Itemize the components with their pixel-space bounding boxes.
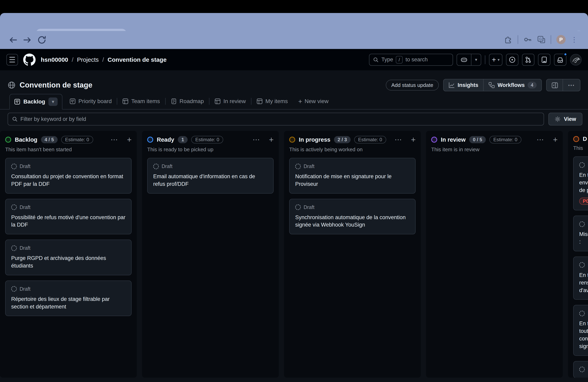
copilot-icon[interactable] [457, 54, 471, 65]
github-header-actions: Type / to search ▾ + ▾ [369, 54, 582, 66]
user-avatar[interactable] [570, 54, 582, 66]
hamburger-menu-button[interactable] [6, 54, 18, 66]
gear-icon [555, 116, 561, 122]
project-actions: Add status update Insights Workflows 4 [386, 79, 581, 91]
column-menu-icon[interactable]: ⋯ [537, 136, 544, 143]
column-add-icon[interactable]: + [411, 136, 416, 144]
column-description: This item is in review [431, 146, 558, 153]
card-title: Synchronisation automatique de la conven… [295, 214, 410, 229]
copilot-button[interactable]: ▾ [457, 54, 481, 66]
side-panel-button[interactable] [546, 79, 563, 91]
browser-profile-avatar[interactable]: P [556, 35, 566, 44]
column-menu-icon[interactable]: ⋯ [252, 136, 260, 143]
column-count-badge: 0 / 5 [469, 136, 486, 143]
filter-input[interactable] [21, 116, 540, 122]
workflows-button[interactable]: Workflows 4 [483, 79, 541, 91]
insights-workflows-group: Insights Workflows 4 [443, 79, 542, 91]
github-header: hsn00000 / Projects / Convention de stag… [0, 49, 588, 70]
breadcrumb-projects[interactable]: Projects [77, 56, 99, 63]
saved-items-button[interactable] [538, 54, 550, 66]
column-name: In progress [299, 136, 330, 143]
card-title: En t rens d'av [579, 271, 588, 294]
pull-requests-button[interactable] [522, 54, 534, 66]
card-title: Mise : [579, 230, 588, 246]
github-logo[interactable] [23, 54, 36, 66]
column-add-icon[interactable]: + [127, 136, 132, 144]
issue-opened-icon [509, 56, 516, 63]
card-title: Possibilité de refus motivé d'une conven… [11, 214, 126, 229]
tab-my-items[interactable]: My items [252, 94, 293, 109]
plus-icon: + [298, 97, 302, 105]
card[interactable]: D [573, 361, 588, 378]
tab-priority-board[interactable]: Priority board [64, 94, 117, 109]
column-name: D [583, 136, 587, 142]
workflows-label: Workflows [498, 82, 525, 88]
status-dot-in-review [431, 137, 437, 143]
issues-button[interactable] [506, 54, 518, 66]
card[interactable]: Draft Synchronisation automatique de la … [289, 199, 416, 234]
global-search-button[interactable]: Type / to search [369, 54, 453, 66]
notifications-button[interactable] [554, 54, 567, 66]
card-list: D En t envi de p P0 D Mise : [573, 156, 588, 378]
translate-icon[interactable]: G [537, 35, 546, 44]
breadcrumb-user[interactable]: hsn00000 [41, 56, 68, 63]
card-title: Consultation du projet de convention en … [11, 173, 126, 188]
inactive-tabs: Priority board Team items Roadmap [64, 94, 334, 109]
card[interactable]: D En t rens d'av [573, 257, 588, 300]
card[interactable]: Draft Purge RGPD et archivage des donnée… [5, 240, 132, 275]
column-header: In review 0 / 5 Estimate: 0 ⋯ + [431, 136, 558, 144]
column-header: Backlog 4 / 5 Estimate: 0 ⋯ + [5, 136, 132, 144]
filter-row: View [8, 113, 582, 126]
toolbar-divider [551, 35, 551, 44]
breadcrumb-separator: / [72, 56, 73, 63]
tab-roadmap[interactable]: Roadmap [166, 94, 209, 109]
card[interactable]: Draft Répertoire des lieux de stage filt… [5, 281, 132, 316]
view-settings-button[interactable]: View [548, 113, 582, 125]
column-header: D [573, 136, 588, 142]
browser-menu-icon[interactable]: ⋮ [571, 36, 578, 43]
new-view-button[interactable]: + New view [293, 97, 334, 105]
draft-icon [579, 221, 585, 227]
graph-icon [448, 82, 455, 88]
column-add-icon[interactable]: + [553, 136, 558, 144]
card[interactable]: Draft Email automatique d'information en… [147, 158, 273, 194]
project-menu-button[interactable]: ⋯ [563, 79, 580, 91]
card[interactable]: Draft Notification de mise en signature … [289, 158, 416, 194]
project-header: Convention de stage Add status update In… [8, 77, 580, 93]
create-new-button[interactable]: + ▾ [489, 54, 503, 66]
tab-team-items[interactable]: Team items [117, 94, 165, 109]
extensions-puzzle-icon[interactable] [504, 35, 512, 44]
column-menu-icon[interactable]: ⋯ [395, 136, 402, 143]
panel-menu-group: ⋯ [546, 79, 580, 91]
column-add-icon[interactable]: + [269, 136, 273, 144]
card[interactable]: D En t envi de p P0 [573, 156, 588, 210]
copilot-caret-icon[interactable]: ▾ [471, 54, 481, 65]
card[interactable]: Draft Possibilité de refus motivé d'une … [5, 199, 132, 234]
tab-backlog[interactable]: Backlog ▾ [9, 94, 63, 110]
card[interactable]: Draft Consultation du projet de conventi… [5, 158, 132, 194]
tab-label: Roadmap [180, 98, 204, 104]
tab-in-review[interactable]: In review [210, 94, 251, 109]
tab-label: Priority board [78, 98, 112, 104]
reload-button[interactable] [37, 35, 47, 45]
column-in-review: In review 0 / 5 Estimate: 0 ⋯ + This ite… [426, 131, 563, 378]
draft-icon [11, 245, 17, 251]
column-estimate-badge: Estimate: 0 [489, 136, 521, 143]
add-status-update-button[interactable]: Add status update [386, 80, 439, 91]
insights-button[interactable]: Insights [444, 79, 483, 91]
column-description: This is ready to be picked up [147, 146, 273, 153]
draft-icon [579, 311, 585, 316]
password-key-icon[interactable] [524, 35, 532, 44]
unread-notification-dot [564, 53, 567, 56]
view-options-caret[interactable]: ▾ [48, 97, 58, 106]
column-done-partial: D This D En t envi de p P0 [568, 131, 588, 378]
card-list: Draft Consultation du projet de conventi… [5, 158, 132, 316]
status-dot-done [573, 136, 579, 142]
column-menu-icon[interactable]: ⋯ [111, 136, 118, 143]
card[interactable]: D Mise : [573, 216, 588, 251]
card[interactable]: D En t tout conv sign [573, 305, 588, 356]
forward-button[interactable] [22, 35, 32, 45]
draft-icon [579, 162, 585, 168]
back-button[interactable] [8, 35, 18, 45]
ellipsis-icon: ⋯ [568, 81, 575, 89]
